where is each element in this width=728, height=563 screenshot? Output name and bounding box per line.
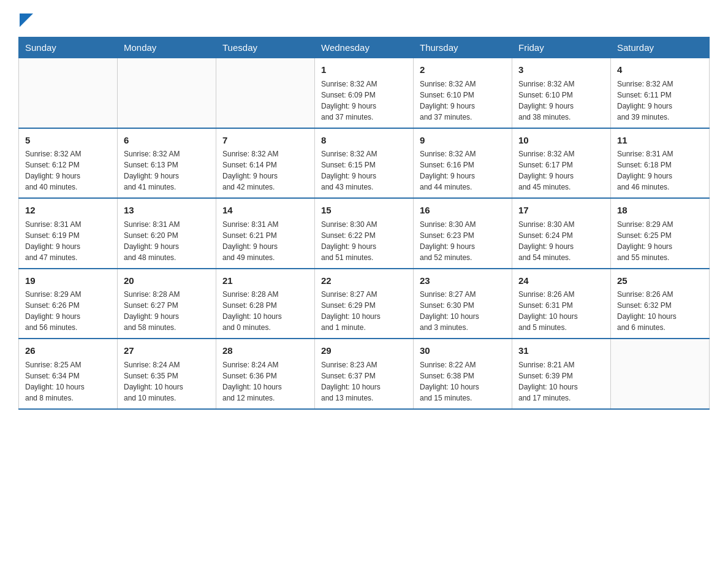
calendar-week-row: 1Sunrise: 8:32 AM Sunset: 6:09 PM Daylig…	[19, 58, 710, 128]
day-number: 29	[321, 344, 407, 358]
day-number: 11	[617, 134, 703, 148]
table-row: 1Sunrise: 8:32 AM Sunset: 6:09 PM Daylig…	[315, 58, 414, 128]
table-row	[611, 339, 710, 409]
day-info: Sunrise: 8:31 AM Sunset: 6:19 PM Dayligh…	[25, 219, 111, 263]
day-number: 14	[222, 204, 308, 218]
day-info: Sunrise: 8:32 AM Sunset: 6:11 PM Dayligh…	[617, 79, 703, 123]
table-row: 13Sunrise: 8:31 AM Sunset: 6:20 PM Dayli…	[118, 198, 216, 269]
day-info: Sunrise: 8:30 AM Sunset: 6:24 PM Dayligh…	[518, 219, 604, 263]
table-row: 20Sunrise: 8:28 AM Sunset: 6:27 PM Dayli…	[118, 269, 216, 339]
day-number: 17	[518, 204, 604, 218]
day-info: Sunrise: 8:27 AM Sunset: 6:30 PM Dayligh…	[420, 289, 506, 333]
calendar-week-row: 26Sunrise: 8:25 AM Sunset: 6:34 PM Dayli…	[19, 339, 710, 409]
calendar-week-row: 5Sunrise: 8:32 AM Sunset: 6:12 PM Daylig…	[19, 128, 710, 199]
day-info: Sunrise: 8:24 AM Sunset: 6:36 PM Dayligh…	[222, 359, 308, 404]
day-number: 5	[25, 134, 111, 148]
col-sunday: Sunday	[19, 37, 118, 58]
day-info: Sunrise: 8:32 AM Sunset: 6:15 PM Dayligh…	[321, 148, 407, 193]
logo	[18, 12, 33, 25]
day-info: Sunrise: 8:22 AM Sunset: 6:38 PM Dayligh…	[420, 359, 506, 404]
table-row: 27Sunrise: 8:24 AM Sunset: 6:35 PM Dayli…	[118, 339, 216, 409]
day-info: Sunrise: 8:24 AM Sunset: 6:35 PM Dayligh…	[124, 359, 210, 404]
day-info: Sunrise: 8:21 AM Sunset: 6:39 PM Dayligh…	[518, 359, 604, 404]
day-number: 7	[222, 134, 308, 148]
table-row: 17Sunrise: 8:30 AM Sunset: 6:24 PM Dayli…	[512, 198, 611, 269]
day-number: 15	[321, 204, 407, 218]
table-row: 10Sunrise: 8:32 AM Sunset: 6:17 PM Dayli…	[512, 128, 611, 199]
day-number: 30	[420, 344, 506, 358]
day-number: 31	[518, 344, 604, 358]
table-row: 19Sunrise: 8:29 AM Sunset: 6:26 PM Dayli…	[19, 269, 118, 339]
page-header	[18, 12, 710, 25]
calendar-week-row: 19Sunrise: 8:29 AM Sunset: 6:26 PM Dayli…	[19, 269, 710, 339]
calendar-header-row: Sunday Monday Tuesday Wednesday Thursday…	[19, 37, 710, 58]
day-info: Sunrise: 8:31 AM Sunset: 6:20 PM Dayligh…	[124, 219, 210, 263]
day-info: Sunrise: 8:31 AM Sunset: 6:18 PM Dayligh…	[617, 148, 703, 193]
day-info: Sunrise: 8:29 AM Sunset: 6:26 PM Dayligh…	[25, 289, 111, 333]
day-number: 6	[124, 134, 210, 148]
day-info: Sunrise: 8:31 AM Sunset: 6:21 PM Dayligh…	[222, 219, 308, 263]
day-info: Sunrise: 8:32 AM Sunset: 6:12 PM Dayligh…	[25, 148, 111, 193]
table-row: 16Sunrise: 8:30 AM Sunset: 6:23 PM Dayli…	[414, 198, 512, 269]
col-wednesday: Wednesday	[315, 37, 414, 58]
table-row	[216, 58, 315, 128]
table-row: 8Sunrise: 8:32 AM Sunset: 6:15 PM Daylig…	[315, 128, 414, 199]
day-info: Sunrise: 8:32 AM Sunset: 6:09 PM Dayligh…	[321, 79, 407, 123]
table-row: 6Sunrise: 8:32 AM Sunset: 6:13 PM Daylig…	[118, 128, 216, 199]
table-row: 24Sunrise: 8:26 AM Sunset: 6:31 PM Dayli…	[512, 269, 611, 339]
day-info: Sunrise: 8:30 AM Sunset: 6:22 PM Dayligh…	[321, 219, 407, 263]
col-thursday: Thursday	[414, 37, 512, 58]
table-row: 9Sunrise: 8:32 AM Sunset: 6:16 PM Daylig…	[414, 128, 512, 199]
col-monday: Monday	[118, 37, 216, 58]
day-info: Sunrise: 8:32 AM Sunset: 6:17 PM Dayligh…	[518, 148, 604, 193]
table-row: 23Sunrise: 8:27 AM Sunset: 6:30 PM Dayli…	[414, 269, 512, 339]
day-info: Sunrise: 8:32 AM Sunset: 6:14 PM Dayligh…	[222, 148, 308, 193]
day-number: 4	[617, 63, 703, 77]
day-info: Sunrise: 8:25 AM Sunset: 6:34 PM Dayligh…	[25, 359, 111, 404]
day-info: Sunrise: 8:32 AM Sunset: 6:16 PM Dayligh…	[420, 148, 506, 193]
day-number: 1	[321, 63, 407, 77]
day-number: 16	[420, 204, 506, 218]
table-row: 26Sunrise: 8:25 AM Sunset: 6:34 PM Dayli…	[19, 339, 118, 409]
logo-triangle-icon	[20, 13, 33, 27]
table-row: 4Sunrise: 8:32 AM Sunset: 6:11 PM Daylig…	[611, 58, 710, 128]
day-number: 12	[25, 204, 111, 218]
table-row: 21Sunrise: 8:28 AM Sunset: 6:28 PM Dayli…	[216, 269, 315, 339]
day-number: 2	[420, 63, 506, 77]
table-row: 3Sunrise: 8:32 AM Sunset: 6:10 PM Daylig…	[512, 58, 611, 128]
day-number: 23	[420, 274, 506, 288]
day-number: 26	[25, 344, 111, 358]
day-number: 10	[518, 134, 604, 148]
table-row: 11Sunrise: 8:31 AM Sunset: 6:18 PM Dayli…	[611, 128, 710, 199]
day-info: Sunrise: 8:23 AM Sunset: 6:37 PM Dayligh…	[321, 359, 407, 404]
table-row: 30Sunrise: 8:22 AM Sunset: 6:38 PM Dayli…	[414, 339, 512, 409]
day-number: 21	[222, 274, 308, 288]
day-number: 19	[25, 274, 111, 288]
col-tuesday: Tuesday	[216, 37, 315, 58]
day-number: 27	[124, 344, 210, 358]
col-friday: Friday	[512, 37, 611, 58]
table-row: 28Sunrise: 8:24 AM Sunset: 6:36 PM Dayli…	[216, 339, 315, 409]
day-info: Sunrise: 8:27 AM Sunset: 6:29 PM Dayligh…	[321, 289, 407, 333]
svg-marker-0	[20, 13, 33, 27]
day-info: Sunrise: 8:30 AM Sunset: 6:23 PM Dayligh…	[420, 219, 506, 263]
table-row: 22Sunrise: 8:27 AM Sunset: 6:29 PM Dayli…	[315, 269, 414, 339]
table-row: 25Sunrise: 8:26 AM Sunset: 6:32 PM Dayli…	[611, 269, 710, 339]
day-number: 3	[518, 63, 604, 77]
day-number: 28	[222, 344, 308, 358]
calendar-table: Sunday Monday Tuesday Wednesday Thursday…	[18, 37, 710, 410]
col-saturday: Saturday	[611, 37, 710, 58]
table-row: 29Sunrise: 8:23 AM Sunset: 6:37 PM Dayli…	[315, 339, 414, 409]
day-info: Sunrise: 8:29 AM Sunset: 6:25 PM Dayligh…	[617, 219, 703, 263]
calendar-week-row: 12Sunrise: 8:31 AM Sunset: 6:19 PM Dayli…	[19, 198, 710, 269]
table-row: 14Sunrise: 8:31 AM Sunset: 6:21 PM Dayli…	[216, 198, 315, 269]
day-number: 8	[321, 134, 407, 148]
day-number: 25	[617, 274, 703, 288]
day-info: Sunrise: 8:32 AM Sunset: 6:13 PM Dayligh…	[124, 148, 210, 193]
day-info: Sunrise: 8:32 AM Sunset: 6:10 PM Dayligh…	[518, 79, 604, 123]
table-row: 15Sunrise: 8:30 AM Sunset: 6:22 PM Dayli…	[315, 198, 414, 269]
table-row: 31Sunrise: 8:21 AM Sunset: 6:39 PM Dayli…	[512, 339, 611, 409]
day-info: Sunrise: 8:26 AM Sunset: 6:32 PM Dayligh…	[617, 289, 703, 333]
day-number: 9	[420, 134, 506, 148]
day-number: 20	[124, 274, 210, 288]
